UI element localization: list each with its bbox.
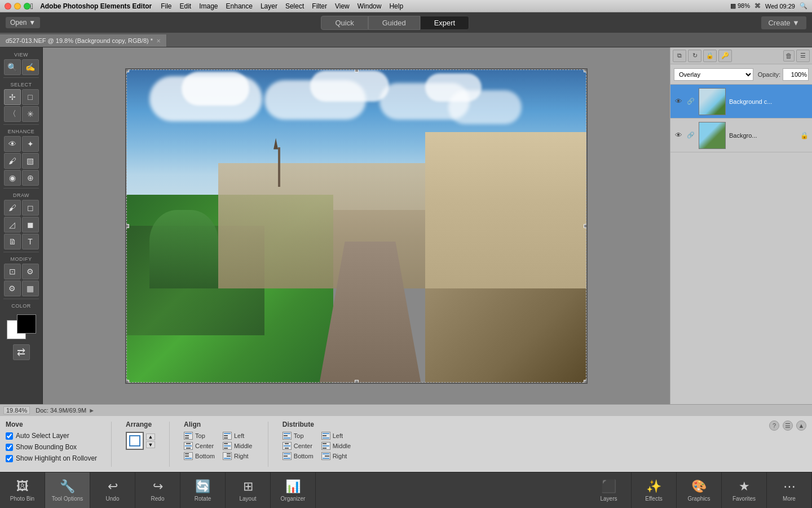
layer-link-1[interactable]: 🔗: [686, 97, 695, 106]
menu-edit[interactable]: Edit: [179, 2, 191, 10]
panel-icon-lock2[interactable]: 🔑: [718, 50, 732, 62]
undo-tool[interactable]: ↩ Undo: [90, 472, 135, 509]
dist-left[interactable]: Left: [321, 432, 352, 440]
layer-visibility-1[interactable]: 👁: [674, 97, 683, 106]
layer-item-background-copy[interactable]: 👁 🔗 Background c...: [670, 85, 812, 119]
opacity-input[interactable]: [783, 68, 809, 81]
more-panel-tool[interactable]: ⋯ More: [767, 472, 812, 509]
arrange-up-btn[interactable]: ▲: [146, 433, 155, 440]
blur-tool[interactable]: ◉: [4, 170, 21, 186]
menu-enhance[interactable]: Enhance: [226, 2, 253, 10]
bounding-box-checkbox[interactable]: [6, 444, 13, 451]
move-tool[interactable]: ✢: [4, 89, 21, 105]
dist-top[interactable]: Top: [283, 432, 314, 440]
hand-tool[interactable]: ✍: [22, 59, 39, 75]
redo-tool[interactable]: ↪ Redo: [135, 472, 180, 509]
marquee-tool[interactable]: □: [22, 89, 39, 105]
minimize-button[interactable]: [14, 3, 21, 10]
tool-options-tool[interactable]: 🔧 Tool Options: [45, 472, 90, 509]
panel-icon-copy[interactable]: ⧉: [673, 50, 686, 62]
layer-item-background[interactable]: 👁 🔗 Backgro... 🔒: [670, 119, 812, 152]
mode-guided[interactable]: Guided: [368, 16, 420, 30]
favorites-panel-tool[interactable]: ★ Favorites: [722, 472, 767, 509]
organizer-icon: 📊: [285, 479, 301, 494]
options-collapse-button[interactable]: ▲: [796, 421, 806, 431]
open-button[interactable]: Open ▼: [6, 17, 40, 28]
menu-window[interactable]: Window: [358, 2, 382, 10]
menu-select[interactable]: Select: [285, 2, 304, 10]
panel-delete-button[interactable]: 🗑: [783, 50, 795, 62]
layout-tool[interactable]: ⊞ Layout: [226, 472, 271, 509]
photo-canvas[interactable]: [126, 69, 586, 383]
menu-file[interactable]: File: [161, 2, 171, 10]
menu-layer[interactable]: Layer: [261, 2, 277, 10]
dist-middle[interactable]: Middle: [321, 442, 352, 450]
align-bottom[interactable]: Bottom: [184, 452, 215, 460]
align-right[interactable]: Right: [223, 452, 254, 460]
text-tool[interactable]: T: [22, 234, 39, 249]
options-row: Move Auto Select Layer Show Bounding Box…: [6, 421, 806, 467]
options-menu-button[interactable]: ☰: [783, 421, 793, 431]
search-icon[interactable]: 🔍: [800, 2, 807, 10]
switch-colors-tool[interactable]: ⇄: [13, 344, 30, 360]
graphics-panel-tool[interactable]: 🎨 Graphics: [677, 472, 722, 509]
tab-close-icon[interactable]: ✕: [156, 38, 161, 44]
crop-tool[interactable]: ⊡: [4, 264, 21, 279]
rotate-tool[interactable]: 🔄 Rotate: [180, 472, 226, 509]
panel-icon-refresh[interactable]: ↻: [688, 50, 701, 62]
menu-view[interactable]: View: [335, 2, 350, 10]
menu-help[interactable]: Help: [389, 2, 403, 10]
status-arrow-icon[interactable]: ►: [89, 407, 95, 414]
layer-link-2[interactable]: 🔗: [686, 131, 695, 140]
document-tab[interactable]: d527-013.NEF @ 19.8% (Background copy, R…: [0, 34, 167, 47]
paint-bucket-tool[interactable]: ◿: [4, 217, 21, 233]
red-eye-tool[interactable]: 👁: [4, 136, 21, 152]
brush-enhance-tool[interactable]: 🖌: [4, 153, 21, 169]
effects-panel-tool[interactable]: ✨ Effects: [632, 472, 677, 509]
arrange-down-btn[interactable]: ▼: [146, 441, 155, 448]
gradient-tool[interactable]: ◼: [22, 217, 39, 233]
highlight-check[interactable]: Show Highlight on Rollover: [6, 454, 97, 462]
lasso-tool[interactable]: 〈: [4, 106, 21, 122]
paint-brush-tool[interactable]: 🖌: [4, 200, 21, 216]
blend-mode-select[interactable]: Overlay Normal Multiply Screen: [674, 68, 753, 81]
align-middle[interactable]: Middle: [223, 442, 254, 450]
auto-select-check[interactable]: Auto Select Layer: [6, 432, 97, 440]
dist-right[interactable]: Right: [321, 452, 352, 460]
help-button[interactable]: ?: [769, 421, 779, 431]
align-left[interactable]: Left: [223, 432, 254, 440]
align-middle-label: Middle: [234, 443, 252, 449]
close-button[interactable]: [5, 3, 11, 10]
align-top-icon: [184, 432, 193, 440]
dist-center[interactable]: Center: [283, 442, 314, 450]
panel-menu-button[interactable]: ☰: [796, 50, 810, 62]
highlight-checkbox[interactable]: [6, 455, 13, 462]
align-top[interactable]: Top: [184, 432, 215, 440]
align-center[interactable]: Center: [184, 442, 215, 450]
bounding-box-check[interactable]: Show Bounding Box: [6, 443, 97, 451]
healing-tool[interactable]: ✦: [22, 136, 39, 152]
menu-image[interactable]: Image: [199, 2, 218, 10]
magic-wand-tool[interactable]: ✳: [22, 106, 39, 122]
mode-quick[interactable]: Quick: [321, 16, 368, 30]
photo-bin-tool[interactable]: 🖼 Photo Bin: [0, 472, 45, 509]
auto-select-checkbox[interactable]: [6, 432, 13, 440]
stamp-tool[interactable]: ▧: [22, 153, 39, 169]
eyedropper-tool[interactable]: 🗎: [4, 234, 21, 249]
menu-filter[interactable]: Filter: [312, 2, 327, 10]
mode-expert[interactable]: Expert: [420, 16, 470, 30]
foreground-color-swatch[interactable]: [17, 314, 36, 334]
content-aware-tool[interactable]: ▦: [22, 281, 39, 296]
layer-visibility-2[interactable]: 👁: [674, 131, 683, 140]
maximize-button[interactable]: [24, 3, 30, 10]
recompose-tool[interactable]: ⚙: [4, 281, 21, 296]
panel-icon-lock[interactable]: 🔒: [703, 50, 717, 62]
eraser-tool[interactable]: ◻: [22, 200, 39, 216]
layers-panel-tool[interactable]: ⬛ Layers: [586, 472, 632, 509]
dist-bottom[interactable]: Bottom: [283, 452, 314, 460]
organizer-tool[interactable]: 📊 Organizer: [271, 472, 316, 509]
sharpen-tool[interactable]: ⊕: [22, 170, 39, 186]
zoom-tool[interactable]: 🔍: [4, 59, 21, 75]
create-button[interactable]: Create ▼: [761, 16, 806, 29]
transform-tool[interactable]: ⚙: [22, 264, 39, 279]
